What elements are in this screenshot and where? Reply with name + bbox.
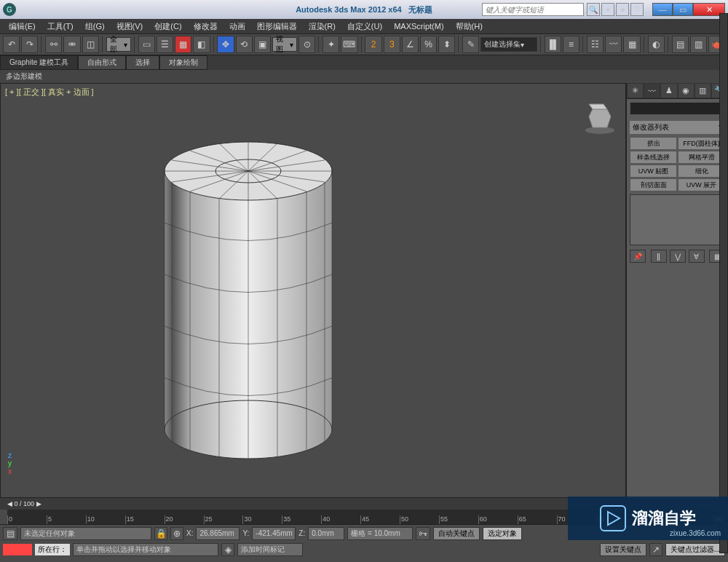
remove-modifier-icon[interactable]: ∀ xyxy=(689,250,705,263)
menu-maxscript[interactable]: MAXScript(M) xyxy=(389,22,448,31)
panel-scrollbar[interactable] xyxy=(719,13,728,553)
ribbon-tab-graphite[interactable]: Graphite 建模工具 xyxy=(0,55,78,70)
key-filters-icon[interactable]: ↗ xyxy=(649,543,662,556)
modify-tab-icon[interactable]: 〰 xyxy=(644,83,660,98)
menu-edit[interactable]: 编辑(E) xyxy=(4,21,40,32)
app-icon[interactable]: G xyxy=(3,3,16,16)
render-frame-icon[interactable]: ▥ xyxy=(690,36,707,53)
menu-group[interactable]: 组(G) xyxy=(81,21,109,32)
align-icon[interactable]: ≡ xyxy=(563,36,579,53)
keyboard-shortcut-icon[interactable]: ⌨ xyxy=(341,36,357,53)
create-tab-icon[interactable]: ✳ xyxy=(627,83,644,98)
rotate-icon[interactable]: ⟲ xyxy=(236,36,253,53)
snap-2d-icon[interactable]: 2 xyxy=(365,36,381,53)
y-coord-input[interactable]: -421.45mm xyxy=(252,527,296,540)
mod-extrude-button[interactable]: 挤出 xyxy=(630,137,677,150)
scale-icon[interactable]: ▣ xyxy=(254,36,271,53)
menu-rendering[interactable]: 渲染(R) xyxy=(304,21,340,32)
selected-obj-button[interactable]: 选定对象 xyxy=(483,527,522,540)
show-end-result-icon[interactable]: ǁ xyxy=(651,250,667,263)
setkey-button[interactable]: 设置关键点 xyxy=(600,543,646,556)
display-tab-icon[interactable]: ▥ xyxy=(695,83,711,98)
favorite-icon[interactable]: ★ xyxy=(616,3,629,16)
select-icon[interactable]: ▭ xyxy=(138,36,155,53)
autokey-button[interactable]: 自动关键点 xyxy=(433,527,480,540)
angle-snap-icon[interactable]: ∠ xyxy=(402,36,419,53)
material-editor-icon[interactable]: ◐ xyxy=(648,36,665,53)
select-region-icon[interactable]: ▦ xyxy=(175,36,191,53)
snap-3d-icon[interactable]: 3 xyxy=(384,36,400,53)
object-name-input[interactable] xyxy=(630,102,725,115)
maxscript-listener-icon[interactable]: ▤ xyxy=(3,527,17,540)
search-icon[interactable]: 🔍 xyxy=(587,3,600,16)
transform-type-icon[interactable]: ⊕ xyxy=(170,527,183,540)
named-selection-dropdown[interactable]: 创建选择集 ▾ xyxy=(480,37,537,52)
menu-help[interactable]: 帮助(H) xyxy=(451,21,487,32)
undo-icon[interactable]: ↶ xyxy=(3,36,20,53)
menu-tools[interactable]: 工具(T) xyxy=(43,21,78,32)
mod-slice-button[interactable]: 剖切面面 xyxy=(630,178,677,191)
select-name-icon[interactable]: ☰ xyxy=(157,36,173,53)
help-search-input[interactable] xyxy=(482,3,584,16)
percent-snap-icon[interactable]: % xyxy=(420,36,437,53)
ribbon-tab-freeform[interactable]: 自由形式 xyxy=(78,55,126,70)
modifier-stack[interactable] xyxy=(630,194,725,245)
link-icon[interactable]: ⚯ xyxy=(45,36,62,53)
manipulate-icon[interactable]: ✦ xyxy=(323,36,339,53)
motion-tab-icon[interactable]: ◉ xyxy=(678,83,695,98)
menu-animation[interactable]: 动画 xyxy=(225,21,250,32)
menu-graph-editors[interactable]: 图形编辑器 xyxy=(253,21,301,32)
mod-uvwmap-button[interactable]: UVW 贴图 xyxy=(630,165,677,178)
mod-meshsmooth-button[interactable]: 网格平滑 xyxy=(678,151,725,164)
z-coord-input[interactable]: 0.0mm xyxy=(308,527,344,540)
move-icon[interactable]: ✥ xyxy=(217,36,234,53)
menu-create[interactable]: 创建(C) xyxy=(150,21,186,32)
redo-icon[interactable]: ↷ xyxy=(21,36,38,53)
ref-coord-dropdown[interactable]: 视图 ▾ xyxy=(272,37,297,52)
comm-center-icon[interactable]: ✦ xyxy=(601,3,614,16)
viewport[interactable]: [ + ][ 正交 ][ 真实 + 边面 ] xyxy=(0,83,626,498)
command-panel: ✳ 〰 ♟ ◉ ▥ 🔧 修改器列表▾ 挤出 FFD(圆柱体) 样条线选择 网格平… xyxy=(626,83,728,498)
hierarchy-tab-icon[interactable]: ♟ xyxy=(660,83,677,98)
mod-unwrap-button[interactable]: UVW 展开 xyxy=(678,178,725,191)
watermark-url: zixue.3d66.com xyxy=(670,529,721,537)
mod-tessellate-button[interactable]: 细化 xyxy=(678,165,725,178)
mod-spline-button[interactable]: 样条线选择 xyxy=(630,151,677,164)
cylinder-object[interactable] xyxy=(154,127,372,477)
menu-modifiers[interactable]: 修改器 xyxy=(189,21,222,32)
mirror-icon[interactable]: ▐▌ xyxy=(545,36,561,53)
minimize-button[interactable]: — xyxy=(652,3,673,16)
make-unique-icon[interactable]: ⋁ xyxy=(670,250,686,263)
pin-stack-icon[interactable]: 📌 xyxy=(630,250,646,263)
x-coord-input[interactable]: 26.865mm xyxy=(196,527,240,540)
isolate-icon[interactable]: ◈ xyxy=(221,543,234,556)
window-crossing-icon[interactable]: ◧ xyxy=(193,36,210,53)
pivot-icon[interactable]: ⊙ xyxy=(298,36,315,53)
help-icon[interactable]: ? xyxy=(630,3,644,16)
schematic-view-icon[interactable]: ▦ xyxy=(623,36,640,53)
menu-customize[interactable]: 自定义(U) xyxy=(343,21,387,32)
spinner-snap-icon[interactable]: ⬍ xyxy=(438,36,455,53)
bind-icon[interactable]: ◫ xyxy=(82,36,99,53)
lock-selection-icon[interactable]: 🔒 xyxy=(154,527,167,540)
maximize-button[interactable]: ▭ xyxy=(673,3,693,16)
menu-bar: 编辑(E) 工具(T) 组(G) 视图(V) 创建(C) 修改器 动画 图形编辑… xyxy=(0,19,728,33)
key-filters-button[interactable]: 关键点过滤器... xyxy=(665,543,725,556)
record-indicator xyxy=(3,544,32,555)
render-setup-icon[interactable]: ▤ xyxy=(672,36,689,53)
viewcube[interactable] xyxy=(582,98,618,135)
mod-ffd-button[interactable]: FFD(圆柱体) xyxy=(678,137,725,150)
curve-editor-icon[interactable]: 〰 xyxy=(605,36,622,53)
ribbon-tab-paint[interactable]: 对象绘制 xyxy=(159,55,207,70)
viewport-label[interactable]: [ + ][ 正交 ][ 真实 + 边面 ] xyxy=(5,87,94,98)
menu-views[interactable]: 视图(V) xyxy=(112,21,148,32)
layer-manager-icon[interactable]: ☷ xyxy=(587,36,604,53)
ribbon-tab-selection[interactable]: 选择 xyxy=(126,55,159,70)
edit-named-sel-icon[interactable]: ✎ xyxy=(462,36,479,53)
selection-filter-dropdown[interactable]: 全部 ▾ xyxy=(106,37,131,52)
ribbon-panel[interactable]: 多边形建模 xyxy=(0,70,728,83)
unlink-icon[interactable]: ⚮ xyxy=(63,36,80,53)
modifier-list-dropdown[interactable]: 修改器列表▾ xyxy=(630,121,725,134)
key-mode-icon[interactable]: 🗝 xyxy=(416,527,430,540)
add-time-tag[interactable]: 添加时间标记 xyxy=(237,543,303,556)
